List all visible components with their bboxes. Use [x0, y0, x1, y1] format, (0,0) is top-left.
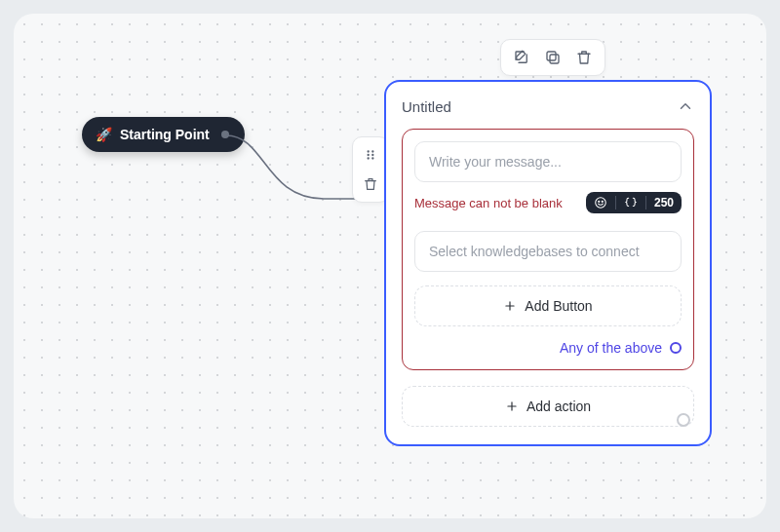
svg-point-4 [368, 154, 370, 156]
card-header: Untitled [402, 97, 694, 115]
add-action-button[interactable]: Add action [402, 386, 694, 427]
add-action-label: Add action [526, 399, 591, 414]
starting-point-node[interactable]: 🚀 Starting Point [82, 117, 245, 152]
add-button[interactable]: Add Button [414, 285, 682, 326]
node-top-toolbar [500, 39, 605, 76]
plus-icon [505, 399, 519, 413]
svg-point-10 [602, 201, 603, 202]
svg-point-9 [599, 201, 600, 202]
chevron-up-icon[interactable] [677, 97, 694, 115]
any-of-above-option[interactable]: Any of the above [414, 340, 682, 356]
message-tools-pill: 250 [586, 192, 682, 213]
card-title[interactable]: Untitled [402, 98, 451, 115]
trash-icon[interactable] [361, 174, 380, 194]
char-counter: 250 [654, 196, 674, 209]
message-node-card[interactable]: Untitled Message can not be blank [384, 80, 712, 446]
starting-point-label: Starting Point [120, 127, 210, 142]
braces-icon[interactable] [624, 196, 638, 209]
message-input[interactable] [414, 141, 682, 182]
trash-icon[interactable] [573, 47, 595, 68]
rocket-icon: 🚀 [96, 127, 112, 142]
flow-canvas[interactable]: 🚀 Starting Point Untitled [14, 14, 766, 518]
svg-point-3 [371, 150, 373, 152]
svg-point-5 [371, 154, 373, 156]
any-of-above-label: Any of the above [560, 340, 662, 356]
drag-handle-icon[interactable] [361, 145, 380, 165]
plus-icon [503, 299, 517, 313]
svg-rect-1 [547, 52, 556, 60]
emoji-icon[interactable] [594, 196, 607, 209]
svg-point-6 [368, 157, 370, 159]
node-output-port[interactable] [221, 131, 229, 138]
add-button-label: Add Button [525, 298, 592, 314]
node-output-port[interactable] [677, 413, 690, 427]
svg-point-8 [596, 198, 606, 209]
note-edit-icon[interactable] [511, 47, 532, 68]
svg-point-7 [371, 157, 373, 159]
svg-rect-0 [550, 55, 559, 63]
svg-point-2 [368, 150, 370, 152]
any-output-port[interactable] [670, 342, 682, 354]
message-error-text: Message can not be blank [414, 196, 578, 210]
message-section: Message can not be blank 250 [402, 129, 694, 370]
knowledgebase-select[interactable] [414, 231, 682, 272]
copy-icon[interactable] [542, 47, 564, 68]
